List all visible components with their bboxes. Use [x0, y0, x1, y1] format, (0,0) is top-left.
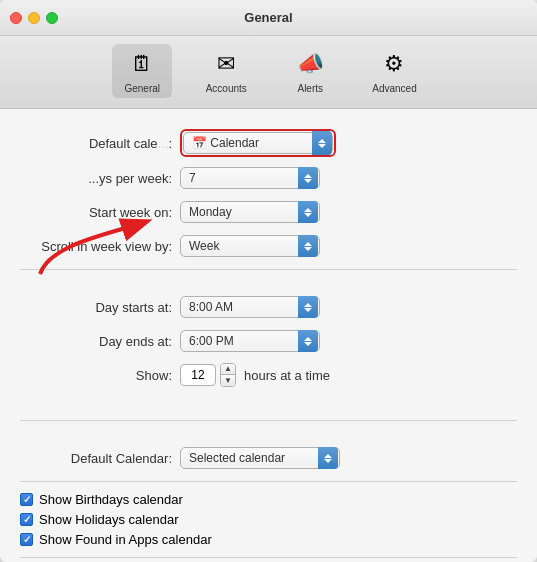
- toolbar: 🗓 General ✉ Accounts 📣 Alerts ⚙ Advanced: [0, 36, 537, 109]
- divider-2: [20, 420, 517, 421]
- show-hours-increment[interactable]: ▲: [221, 364, 235, 375]
- divider-4: [20, 557, 517, 558]
- day-starts-label: Day starts at:: [20, 300, 180, 315]
- scroll-week-control: Week Day: [180, 235, 320, 257]
- day-ends-control: 6:00 PM 5:00 PM: [180, 330, 320, 352]
- section-gap-1: [20, 280, 517, 294]
- section-gap-3: [20, 431, 517, 445]
- day-ends-label: Day ends at:: [20, 334, 180, 349]
- day-starts-select-wrapper: 8:00 AM 9:00 AM: [180, 296, 320, 318]
- preferences-window: General 🗓 General ✉ Accounts 📣 Alerts ⚙ …: [0, 0, 537, 562]
- start-week-select[interactable]: Monday Sunday: [180, 201, 320, 223]
- start-week-select-wrapper: Monday Sunday: [180, 201, 320, 223]
- day-starts-row: Day starts at: 8:00 AM 9:00 AM: [20, 294, 517, 320]
- default-calendar-section-row: Default Calendar: Selected calendar: [20, 445, 517, 471]
- checkbox-row-2: Show Found in Apps calendar: [20, 532, 517, 547]
- default-calendar-label: Default cale...:: [20, 136, 180, 151]
- advanced-icon: ⚙: [378, 48, 410, 80]
- toolbar-advanced[interactable]: ⚙ Advanced: [364, 44, 424, 98]
- show-hours-control: ▲ ▼ hours at a time: [180, 363, 330, 387]
- advanced-label: Advanced: [372, 83, 416, 94]
- scroll-week-select-wrapper: Week Day: [180, 235, 320, 257]
- checkbox-found-in-apps-label: Show Found in Apps calendar: [39, 532, 212, 547]
- default-calendar-section-control: Selected calendar: [180, 447, 340, 469]
- day-starts-control: 8:00 AM 9:00 AM: [180, 296, 320, 318]
- start-week-label: Start week on:: [20, 205, 180, 220]
- checkbox-found-in-apps[interactable]: [20, 533, 33, 546]
- default-calendar-section-select[interactable]: Selected calendar: [180, 447, 340, 469]
- day-starts-select[interactable]: 8:00 AM 9:00 AM: [180, 296, 320, 318]
- checkbox-section: Show Birthdays calendar Show Holidays ca…: [20, 492, 517, 547]
- accounts-label: Accounts: [206, 83, 247, 94]
- default-calendar-section-label: Default Calendar:: [20, 451, 180, 466]
- show-hours-decrement[interactable]: ▼: [221, 375, 235, 386]
- day-ends-select[interactable]: 6:00 PM 5:00 PM: [180, 330, 320, 352]
- accounts-icon: ✉: [210, 48, 242, 80]
- show-hours-suffix: hours at a time: [244, 368, 330, 383]
- minimize-button[interactable]: [28, 12, 40, 24]
- general-icon: 🗓: [126, 48, 158, 80]
- days-per-week-select[interactable]: 7 5: [180, 167, 320, 189]
- days-per-week-select-wrapper: 7 5: [180, 167, 320, 189]
- divider-3: [20, 481, 517, 482]
- checkbox-row-1: Show Holidays calendar: [20, 512, 517, 527]
- scroll-week-select[interactable]: Week Day: [180, 235, 320, 257]
- checkbox-holidays-label: Show Holidays calendar: [39, 512, 178, 527]
- section-gap-2: [20, 396, 517, 410]
- checkbox-birthdays-label: Show Birthdays calendar: [39, 492, 183, 507]
- scroll-week-label: Scroll in week view by:: [20, 239, 180, 254]
- traffic-lights: [10, 12, 58, 24]
- scroll-week-row: Scroll in week view by: Week Day: [20, 233, 517, 259]
- default-calendar-section-select-wrapper: Selected calendar: [180, 447, 340, 469]
- title-bar: General: [0, 0, 537, 36]
- alerts-icon: 📣: [294, 48, 326, 80]
- show-hours-stepper: ▲ ▼: [220, 363, 236, 387]
- start-week-row: Start week on: Monday Sunday: [20, 199, 517, 225]
- toolbar-accounts[interactable]: ✉ Accounts: [196, 44, 256, 98]
- divider-1: [20, 269, 517, 270]
- days-per-week-row: ...ys per week: 7 5: [20, 165, 517, 191]
- checkbox-row-0: Show Birthdays calendar: [20, 492, 517, 507]
- show-hours-input[interactable]: [180, 364, 216, 386]
- default-calendar-select[interactable]: 📅 Calendar: [183, 132, 333, 154]
- show-hours-row: Show: ▲ ▼ hours at a time: [20, 362, 517, 388]
- day-ends-row: Day ends at: 6:00 PM 5:00 PM: [20, 328, 517, 354]
- window-title: General: [244, 10, 292, 25]
- default-calendar-select-wrapper: 📅 Calendar: [180, 129, 336, 157]
- default-calendar-control: 📅 Calendar: [180, 129, 336, 157]
- checkbox-holidays[interactable]: [20, 513, 33, 526]
- days-per-week-label: ...ys per week:: [20, 171, 180, 186]
- maximize-button[interactable]: [46, 12, 58, 24]
- alerts-label: Alerts: [297, 83, 323, 94]
- toolbar-alerts[interactable]: 📣 Alerts: [280, 44, 340, 98]
- close-button[interactable]: [10, 12, 22, 24]
- show-label: Show:: [20, 368, 180, 383]
- content-area: Default cale...: 📅 Calendar ...ys per we…: [0, 109, 537, 562]
- checkbox-birthdays[interactable]: [20, 493, 33, 506]
- general-label: General: [124, 83, 160, 94]
- toolbar-general[interactable]: 🗓 General: [112, 44, 172, 98]
- day-ends-select-wrapper: 6:00 PM 5:00 PM: [180, 330, 320, 352]
- default-calendar-row: Default cale...: 📅 Calendar: [20, 129, 517, 157]
- days-per-week-control: 7 5: [180, 167, 320, 189]
- start-week-control: Monday Sunday: [180, 201, 320, 223]
